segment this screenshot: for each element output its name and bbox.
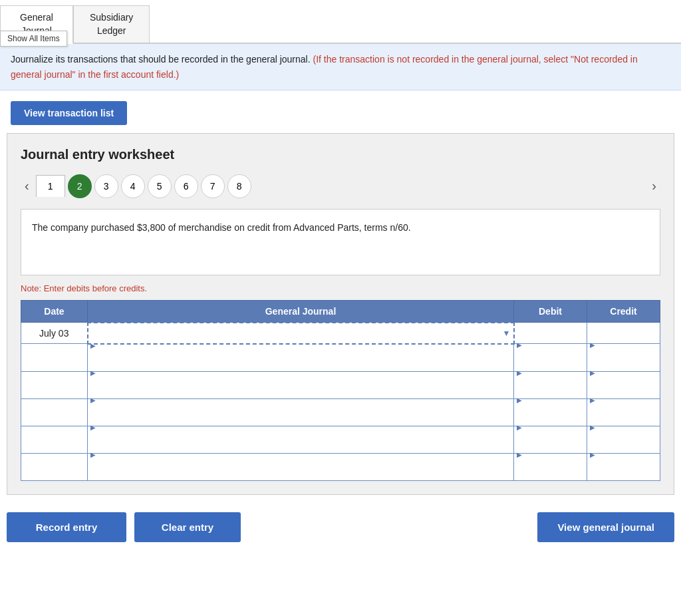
- tabs-bar: General Journal Subsidiary Ledger Show A…: [0, 0, 681, 44]
- table-row-date-1: [21, 344, 88, 372]
- tri-indicator-debit-4: ▶: [514, 424, 522, 431]
- gj-input-5[interactable]: [88, 459, 513, 486]
- debit-input-4[interactable]: [514, 432, 587, 458]
- table-row-gj-0[interactable]: ▼: [88, 323, 514, 344]
- table-row-gj-5[interactable]: ▶: [88, 453, 514, 480]
- col-header-debit: Debit: [514, 300, 587, 323]
- credit-input-1[interactable]: [587, 349, 660, 377]
- clear-entry-button[interactable]: Clear entry: [134, 512, 241, 542]
- step-7-button[interactable]: 7: [201, 174, 225, 198]
- tab-subsidiary-ledger-label: Subsidiary Ledger: [90, 12, 133, 36]
- tri-indicator-5: ▶: [88, 451, 96, 458]
- worksheet-title: Journal entry worksheet: [21, 147, 660, 162]
- journal-entry-worksheet: Journal entry worksheet ‹ 1 2 3 4 5 6 7 …: [7, 133, 674, 495]
- table-row-credit-1[interactable]: ▶: [587, 344, 660, 372]
- info-banner-main-text: Journalize its transactions that should …: [11, 54, 311, 65]
- credit-input-3[interactable]: [587, 404, 660, 431]
- table-row-date-5: [21, 453, 88, 480]
- view-transaction-area: View transaction list: [0, 90, 681, 133]
- credit-input-5[interactable]: [587, 459, 660, 486]
- debit-input-3[interactable]: [514, 404, 587, 431]
- step-navigator: ‹ 1 2 3 4 5 6 7 8 ›: [21, 174, 660, 198]
- view-general-journal-button[interactable]: View general journal: [537, 512, 674, 542]
- tri-indicator-credit-5: ▶: [587, 451, 595, 458]
- table-row-date-2: [21, 371, 88, 398]
- gj-input-0[interactable]: [88, 323, 513, 343]
- step-5-button[interactable]: 5: [148, 174, 172, 198]
- table-row-debit-1[interactable]: ▶: [514, 344, 587, 372]
- table-row-credit-0[interactable]: [587, 323, 660, 344]
- transaction-description: The company purchased $3,800 of merchand…: [21, 209, 660, 275]
- tri-indicator-debit-2: ▶: [514, 369, 522, 377]
- col-header-general-journal: General Journal: [88, 300, 514, 323]
- tri-indicator-credit-2: ▶: [587, 369, 595, 377]
- tri-indicator-2: ▶: [88, 369, 96, 377]
- table-row-debit-0[interactable]: [514, 323, 587, 344]
- table-row-gj-3[interactable]: ▶: [88, 398, 514, 426]
- record-entry-button[interactable]: Record entry: [7, 512, 126, 542]
- step-3-button[interactable]: 3: [94, 174, 118, 198]
- tri-indicator-3: ▶: [88, 396, 96, 404]
- table-row-gj-1[interactable]: ▶: [88, 344, 514, 372]
- tri-indicator-credit-4: ▶: [587, 424, 595, 431]
- debit-input-5[interactable]: [514, 459, 587, 486]
- table-row-gj-4[interactable]: ▶: [88, 426, 514, 453]
- credit-input-2[interactable]: [587, 377, 660, 404]
- note-text: Note: Enter debits before credits.: [21, 283, 660, 293]
- debit-input-1[interactable]: [514, 349, 587, 377]
- table-row-date-3: [21, 398, 88, 426]
- table-row-gj-2[interactable]: ▶: [88, 371, 514, 398]
- step-6-button[interactable]: 6: [174, 174, 198, 198]
- tri-indicator-4: ▶: [88, 424, 96, 431]
- credit-input-4[interactable]: [587, 432, 660, 458]
- tri-indicator-debit-1: ▶: [514, 341, 522, 349]
- debit-input-0[interactable]: [515, 323, 587, 343]
- step-8-button[interactable]: 8: [227, 174, 251, 198]
- tri-indicator-debit-3: ▶: [514, 396, 522, 404]
- show-all-items-button[interactable]: Show All Items: [0, 31, 67, 47]
- tri-indicator-debit-5: ▶: [514, 451, 522, 458]
- step-4-button[interactable]: 4: [121, 174, 145, 198]
- tab-subsidiary-ledger[interactable]: Subsidiary Ledger: [73, 5, 150, 43]
- journal-table: Date General Journal Debit Credit July 0…: [21, 300, 660, 481]
- tri-indicator-credit-3: ▶: [587, 396, 595, 404]
- view-transaction-list-button[interactable]: View transaction list: [11, 101, 127, 125]
- next-step-arrow[interactable]: ›: [648, 177, 660, 195]
- col-header-date: Date: [21, 300, 88, 323]
- col-header-credit: Credit: [587, 300, 660, 323]
- credit-input-0[interactable]: [587, 323, 660, 343]
- table-row-date-0: July 03: [21, 323, 88, 344]
- step-1-button[interactable]: 1: [36, 175, 65, 197]
- bottom-buttons-area: Record entry Clear entry View general jo…: [0, 502, 681, 553]
- step-2-button[interactable]: 2: [68, 174, 92, 198]
- info-banner: Journalize its transactions that should …: [0, 44, 681, 90]
- table-row-date-4: [21, 426, 88, 453]
- prev-step-arrow[interactable]: ‹: [21, 177, 33, 195]
- tri-indicator-1: ▶: [88, 342, 96, 349]
- debit-input-2[interactable]: [514, 377, 587, 404]
- tri-indicator-credit-1: ▶: [587, 341, 595, 349]
